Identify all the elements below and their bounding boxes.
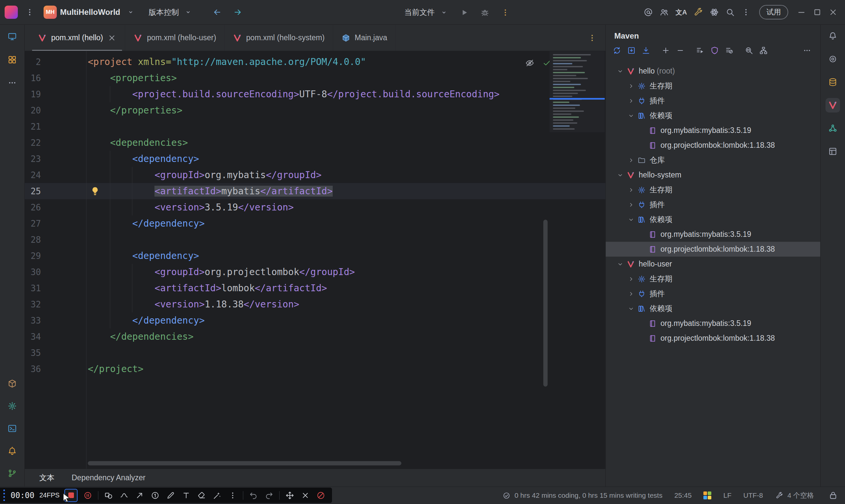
editor-line[interactable]: 2<project xmlns="http://maven.apache.org… (25, 54, 605, 70)
line-number[interactable]: 29 (25, 251, 68, 261)
chevron-down-icon[interactable] (616, 67, 624, 75)
settings-tool-icon[interactable] (5, 399, 19, 413)
package-tool-icon[interactable] (5, 376, 19, 391)
run-button[interactable] (457, 5, 472, 20)
maven-tree-item[interactable]: 插件 (606, 286, 820, 301)
line-number[interactable]: 33 (25, 316, 68, 326)
editor-line[interactable]: 36</project> (25, 361, 605, 377)
maven-tree-item[interactable]: 插件 (606, 197, 820, 212)
minimize-button[interactable] (794, 5, 809, 19)
counter-tool-icon[interactable] (150, 490, 160, 501)
coding-time-widget[interactable]: 0 hrs 42 mins coding, 0 hrs 15 mins writ… (502, 491, 663, 500)
maven-tree-item[interactable]: 依赖项 (606, 212, 820, 227)
color-grid-icon[interactable] (703, 491, 711, 499)
chevron-right-icon[interactable] (627, 275, 635, 283)
editor-tab[interactable]: Main.java (333, 25, 395, 51)
remove-maven-project-icon[interactable] (673, 44, 688, 57)
maven-tree-item[interactable]: org.mybatis:mybatis:3.5.19 (606, 123, 820, 138)
line-separator-widget[interactable]: LF (723, 491, 732, 499)
maven-more-options-icon[interactable] (800, 44, 814, 57)
editor-line[interactable]: 35 (25, 345, 605, 361)
git-tool-icon[interactable] (5, 466, 19, 481)
show-dependencies-diagram-icon[interactable] (756, 44, 771, 57)
maven-tree-item[interactable]: 仓库 (606, 153, 820, 167)
shapes-tool-icon[interactable] (103, 490, 114, 501)
maven-tree-item[interactable]: org.projectlombok:lombok:1.18.38 (606, 242, 820, 257)
editor-line[interactable]: 25 <artifactId>mybatis</artifactId> (25, 183, 605, 199)
maven-tree-item[interactable]: org.projectlombok:lombok:1.18.38 (606, 138, 820, 153)
back-button[interactable] (210, 5, 225, 19)
line-number[interactable]: 21 (25, 122, 68, 132)
generate-sources-icon[interactable] (624, 44, 639, 57)
undo-icon[interactable] (248, 490, 259, 501)
chevron-down-icon[interactable] (616, 171, 624, 179)
pause-button[interactable] (83, 490, 93, 501)
indent-widget[interactable]: 4 个空格 (775, 491, 814, 500)
add-maven-project-icon[interactable] (658, 44, 673, 57)
intention-bulb-icon[interactable] (90, 186, 101, 197)
tab-options-button[interactable] (585, 31, 599, 45)
line-number[interactable]: 23 (25, 154, 68, 164)
maven-tree-item[interactable]: 依赖项 (606, 301, 820, 316)
arrow-tool-icon[interactable] (134, 490, 145, 501)
vcs-widget[interactable]: 版本控制 (148, 5, 195, 19)
line-number[interactable]: 2 (25, 57, 68, 67)
editor-line[interactable]: 29 <dependency> (25, 248, 605, 264)
line-number[interactable]: 24 (25, 170, 68, 180)
chevron-right-icon[interactable] (627, 97, 635, 105)
debug-button[interactable] (478, 5, 492, 20)
editor-line[interactable]: 24 <groupId>org.mybatis</groupId> (25, 167, 605, 183)
download-sources-icon[interactable] (639, 44, 653, 57)
editor-view-tab[interactable]: Dependency Analyzer (72, 473, 145, 482)
editor-line[interactable]: 27 </dependency> (25, 215, 605, 232)
text-tool-icon[interactable] (181, 490, 191, 501)
stop-recording-icon[interactable] (316, 490, 326, 501)
editor-line[interactable]: 33 </dependency> (25, 312, 605, 328)
line-number[interactable]: 25 (25, 186, 68, 196)
lock-icon[interactable] (826, 488, 840, 503)
maven-tree-item[interactable]: org.mybatis:mybatis:3.5.19 (606, 227, 820, 242)
more-run-options-button[interactable] (498, 5, 513, 20)
line-number[interactable]: 35 (25, 348, 68, 358)
maven-tree-item[interactable]: 生存期 (606, 182, 820, 197)
encoding-widget[interactable]: UTF-8 (743, 491, 763, 499)
maven-tree-item[interactable]: org.mybatis:mybatis:3.5.19 (606, 316, 820, 331)
bean-tool-icon[interactable] (826, 121, 840, 136)
maven-tree-item[interactable]: 生存期 (606, 78, 820, 93)
translate-icon[interactable]: 文A (673, 5, 690, 19)
close-icon[interactable] (107, 33, 117, 43)
editor-line[interactable]: 28 (25, 232, 605, 248)
editor-tab[interactable]: pom.xml (hello) (29, 25, 125, 51)
code-editor[interactable]: 2<project xmlns="http://maven.apache.org… (25, 51, 605, 469)
chevron-down-icon[interactable] (627, 215, 635, 224)
line-number[interactable]: 30 (25, 267, 68, 277)
maven-tool-icon[interactable] (826, 98, 840, 112)
drag-handle[interactable] (3, 489, 5, 501)
line-number[interactable]: 31 (25, 283, 68, 293)
editor-line[interactable]: 30 <groupId>org.projectlombok</groupId> (25, 264, 605, 280)
chevron-right-icon[interactable] (627, 82, 635, 90)
chevron-right-icon[interactable] (627, 290, 635, 298)
highlighting-level-icon[interactable] (523, 56, 537, 70)
terminal-tool-icon[interactable] (5, 421, 19, 436)
ai-assistant-icon[interactable] (641, 5, 655, 19)
eraser-tool-icon[interactable] (196, 490, 207, 501)
more-actions-button[interactable] (739, 5, 753, 19)
project-widget[interactable]: MH MultiHelloWorld (43, 5, 138, 19)
minimap[interactable] (550, 51, 605, 132)
screen-tool-icon[interactable] (5, 29, 19, 44)
maven-tree-item[interactable]: 插件 (606, 93, 820, 108)
editor-line[interactable]: 16 <properties> (25, 70, 605, 86)
editor-line[interactable]: 26 <version>3.5.19</version> (25, 199, 605, 215)
line-number[interactable]: 36 (25, 364, 68, 374)
chevron-down-icon[interactable] (627, 304, 635, 313)
search-everywhere-icon[interactable] (723, 5, 737, 19)
minimap-viewport[interactable] (550, 98, 605, 100)
layout-tool-icon[interactable] (826, 144, 840, 159)
feature-trainer-icon[interactable] (826, 52, 840, 66)
horizontal-scrollbar[interactable] (88, 461, 401, 465)
editor-line[interactable]: 21 (25, 119, 605, 134)
plugin-atom-icon[interactable] (707, 5, 722, 19)
timer-widget[interactable]: 25:45 (674, 491, 692, 499)
main-menu-button[interactable] (22, 5, 37, 19)
